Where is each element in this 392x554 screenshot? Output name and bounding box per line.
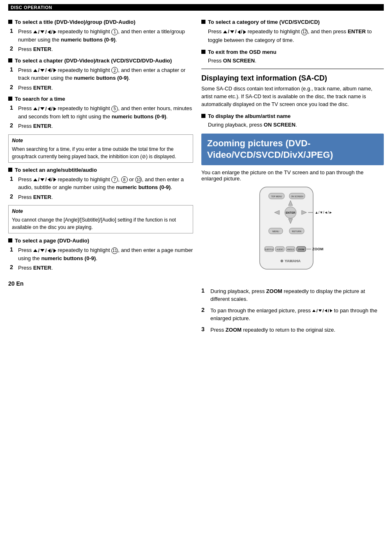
sec2-heading: To select a chapter (DVD-Video)/track (V…	[8, 58, 193, 64]
note2-text: You cannot change the [Angle]/[Subtitle]…	[12, 217, 176, 230]
sec1-step2: 2 Press ENTER.	[10, 45, 193, 53]
sec1-heading: To select a title (DVD-Video)/group (DVD…	[8, 19, 193, 25]
sec2-step2: 2 Press ENTER.	[10, 84, 193, 92]
sec6-content: Press /// repeatedly to highlight 12, an…	[208, 28, 384, 45]
nav-arrows-icon: / / /	[312, 307, 332, 314]
note2-box: Note You cannot change the [Angle]/[Subt…	[8, 205, 193, 233]
sec3-step1: 1 Press /// repeatedly to highlight 5, a…	[10, 104, 193, 120]
nav-arrows-icon: ///	[33, 176, 56, 183]
svg-rect-0	[260, 187, 313, 269]
svg-text:ANGLE: ANGLE	[287, 248, 295, 251]
zoom-step3: 3 Press ZOOM repeatedly to return to the…	[201, 326, 384, 334]
circle-12: 12	[301, 29, 308, 35]
zoom-step1: 1 During playback, press ZOOM repeatedly…	[201, 287, 384, 303]
bullet-square	[8, 168, 12, 172]
bullet-square	[201, 20, 205, 24]
two-col-layout: To select a title (DVD-Video)/group (DVD…	[8, 15, 384, 337]
on-screen-label2: ON SCREEN	[264, 122, 295, 128]
zoom-step2: 2 To pan through the enlarged picture, p…	[201, 307, 384, 323]
sec7-heading: To exit from the OSD menu	[201, 49, 384, 55]
sec4-heading: To select an angle/subtitle/audio	[8, 167, 193, 173]
svg-text:TOP MENU: TOP MENU	[271, 195, 282, 198]
divider	[201, 69, 384, 69]
zoom-section-box: Zooming pictures (DVD-Video/VCD/SVCD/Div…	[201, 134, 384, 165]
bullet-square	[8, 58, 12, 62]
nav-arrows-icon: ///	[33, 105, 56, 113]
nav-arrows-icon: ///	[33, 247, 56, 254]
svg-text:RETURN: RETURN	[292, 230, 302, 233]
circle-1: 1	[111, 29, 118, 35]
disc-operation-header: DISC OPERATION	[8, 4, 384, 11]
sec7-content: Press ON SCREEN.	[208, 58, 384, 64]
circle-5: 5	[111, 106, 118, 112]
circle-8: 8	[121, 176, 128, 183]
zoom-intro: You can enlarge the picture on the TV sc…	[201, 169, 384, 182]
svg-text:ZOOM: ZOOM	[312, 247, 323, 251]
svg-text:ENTER: ENTER	[286, 211, 295, 214]
remote-svg: TOP MENU ON SCREEN ENTER	[247, 185, 338, 279]
bullet-square	[8, 97, 12, 101]
right-column: To select a category of time (VCD/SVCD/C…	[201, 15, 384, 337]
remote-diagram: TOP MENU ON SCREEN ENTER	[247, 185, 338, 281]
svg-text:ZOOM: ZOOM	[298, 248, 304, 251]
sec4-step1: 1 Press /// repeatedly to highlight 7, 8…	[10, 175, 193, 192]
sec2-step1: 1 Press /// repeatedly to highlight 2, a…	[10, 66, 193, 82]
nav-arrows-icon: ///	[33, 28, 56, 36]
nav-arrows-icon: ///	[223, 28, 246, 36]
nav-arrows-icon: ///	[33, 67, 56, 74]
sec5-step1: 1 Press /// repeatedly to highlight 11, …	[10, 246, 193, 262]
circle-10: 10	[135, 176, 142, 183]
note1-box: Note When searching for a time, if you e…	[8, 134, 193, 163]
sec3-heading: To search for a time	[8, 96, 193, 102]
bullet-square	[201, 114, 205, 118]
svg-text:⊕ YAMAHA: ⊕ YAMAHA	[280, 259, 301, 263]
sec1-step1: 1 Press /// repeatedly to highlight 1, a…	[10, 28, 193, 44]
svg-text:▲/▼/◄/►: ▲/▼/◄/►	[315, 210, 332, 215]
left-column: To select a title (DVD-Video)/group (DVD…	[8, 15, 193, 337]
circle-11: 11	[111, 247, 118, 254]
sec5-heading: To select a page (DVD-Audio)	[8, 238, 193, 244]
sacd-text: Some SA-CD discs contain text informatio…	[201, 85, 384, 109]
page: DISC OPERATION To select a title (DVD-Vi…	[0, 0, 392, 554]
svg-text:MENU: MENU	[272, 230, 279, 233]
note2-title: Note	[12, 208, 189, 215]
disc-operation-label: DISC OPERATION	[11, 5, 52, 10]
sacd-heading: Displaying text information (SA-CD)	[201, 74, 384, 83]
note1-title: Note	[12, 137, 189, 144]
sec8-content: During playback, press ON SCREEN.	[208, 122, 384, 128]
page-number: 20 En	[8, 280, 193, 287]
bullet-square	[8, 20, 12, 24]
bullet-square	[201, 50, 205, 54]
svg-text:AUDIO: AUDIO	[277, 248, 283, 251]
note1-text: When searching for a time, if you enter …	[12, 146, 176, 159]
sec3-step2: 2 Press ENTER.	[10, 122, 193, 130]
svg-text:ON SCREEN: ON SCREEN	[291, 195, 303, 198]
sec8-heading: To display the album/artist name	[201, 113, 384, 119]
sec6-heading: To select a category of time (VCD/SVCD/C…	[201, 19, 384, 25]
sec5-step2: 2 Press ENTER.	[10, 264, 193, 272]
bullet-square	[8, 238, 12, 242]
circle-7: 7	[111, 176, 118, 183]
svg-text:SUBTITLE: SUBTITLE	[265, 249, 274, 251]
circle-2: 2	[111, 67, 118, 74]
zoom-heading: Zooming pictures (DVD-Video/VCD/SVCD/Div…	[207, 138, 378, 161]
on-screen-label: ON SCREEN	[223, 58, 255, 64]
sec4-step2: 2 Press ENTER.	[10, 193, 193, 201]
